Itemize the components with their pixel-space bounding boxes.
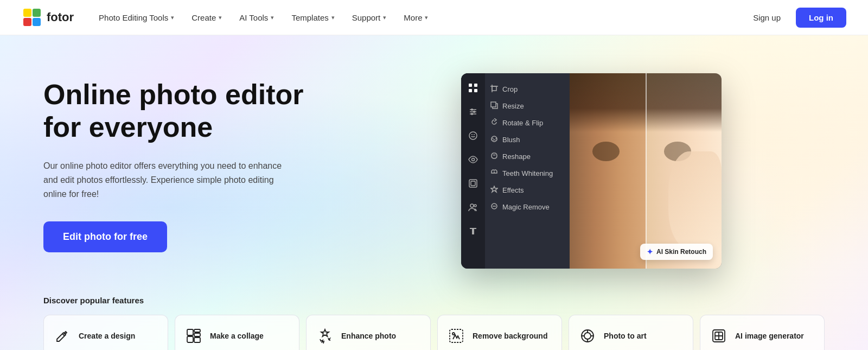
svg-rect-6 (474, 84, 477, 87)
svg-point-21 (470, 204, 474, 207)
create-design-icon (53, 326, 72, 346)
svg-rect-20 (471, 181, 475, 186)
nav-more[interactable]: More ▾ (396, 9, 436, 27)
feature-label: Create a design (79, 331, 135, 341)
nav-ai-tools[interactable]: AI Tools ▾ (232, 9, 282, 27)
hero-content: Online photo editor for everyone Our onl… (0, 35, 868, 296)
svg-point-42 (584, 333, 591, 339)
feature-photo-to-art[interactable]: Photo to art (569, 315, 693, 350)
nav-create[interactable]: Create ▾ (184, 9, 229, 27)
menu-effects[interactable]: Effects (485, 182, 570, 199)
svg-marker-31 (491, 186, 497, 192)
svg-rect-3 (23, 18, 31, 26)
effects-icon (490, 186, 498, 195)
login-button[interactable]: Log in (796, 8, 846, 28)
sidebar-people-icon[interactable] (466, 200, 480, 214)
signup-button[interactable]: Sign up (746, 9, 787, 27)
hero-left: Online photo editor for everyone Our onl… (43, 68, 326, 252)
svg-rect-7 (469, 89, 472, 92)
sidebar-text-icon[interactable] (466, 224, 480, 238)
svg-rect-37 (187, 336, 193, 342)
nav-support[interactable]: Support ▾ (344, 9, 394, 27)
feature-label: Photo to art (604, 331, 647, 341)
features-heading: Discover popular features (43, 296, 825, 305)
menu-crop[interactable]: Crop (485, 81, 570, 98)
svg-rect-34 (187, 329, 193, 335)
nav-templates[interactable]: Templates ▾ (284, 9, 342, 27)
menu-magic-remove[interactable]: Magic Remove (485, 199, 570, 215)
sidebar-beauty-icon[interactable] (466, 129, 480, 143)
chevron-down-icon: ▾ (219, 14, 222, 21)
svg-rect-2 (33, 9, 41, 17)
svg-point-16 (471, 134, 473, 135)
editor-photo-area: ✦ AI Skin Retouch (570, 73, 722, 269)
svg-point-22 (474, 205, 476, 207)
menu-rotate[interactable]: Rotate & Flip (485, 114, 570, 131)
hero-title: Online photo editor for everyone (43, 79, 326, 144)
feature-make-collage[interactable]: Make a collage (175, 315, 299, 350)
logo[interactable]: fotor (22, 7, 74, 28)
reshape-icon (490, 152, 498, 161)
feature-label: Make a collage (210, 331, 264, 341)
hero-section: Online photo editor for everyone Our onl… (0, 35, 868, 350)
sparkle-icon: ✦ (647, 247, 653, 256)
hero-subtitle: Our online photo editor offers everythin… (43, 159, 293, 202)
teeth-icon (490, 169, 498, 178)
svg-point-18 (472, 158, 475, 161)
hero-right: Crop Resize Rotate & Flip (358, 68, 825, 274)
nav-auth: Sign up Log in (746, 8, 846, 28)
sidebar-frame-icon[interactable] (466, 176, 480, 190)
chevron-down-icon: ▾ (331, 14, 335, 21)
svg-rect-38 (194, 338, 200, 342)
sidebar-sliders-icon[interactable] (466, 105, 480, 119)
features-grid: Create a design Make a collage (43, 315, 825, 350)
svg-rect-4 (33, 18, 41, 26)
feature-ai-image-generator[interactable]: AI image generator (700, 315, 825, 350)
svg-rect-1 (23, 9, 31, 17)
feature-remove-background[interactable]: Remove background (437, 315, 562, 350)
svg-rect-26 (491, 102, 496, 107)
remove-background-icon (446, 326, 466, 346)
photo-before-after: ✦ AI Skin Retouch (570, 73, 722, 269)
svg-rect-35 (194, 329, 200, 332)
svg-point-27 (492, 136, 497, 142)
chevron-down-icon: ▾ (271, 14, 274, 21)
feature-label: AI image generator (735, 331, 804, 341)
svg-rect-23 (492, 86, 496, 91)
features-section: Discover popular features Create a desig… (0, 296, 868, 350)
sidebar-eye-icon[interactable] (466, 152, 480, 167)
menu-resize[interactable]: Resize (485, 98, 570, 114)
rotate-icon (490, 118, 498, 128)
svg-point-13 (473, 111, 475, 113)
blush-icon (490, 135, 498, 144)
photo-to-art-icon (578, 326, 597, 346)
feature-create-design[interactable]: Create a design (43, 315, 168, 350)
svg-rect-36 (194, 333, 200, 336)
navbar: fotor Photo Editing Tools ▾ Create ▾ AI … (0, 0, 868, 35)
crop-icon (490, 85, 498, 94)
editor-mockup: Crop Resize Rotate & Flip (461, 73, 722, 269)
feature-enhance-photo[interactable]: Enhance photo (306, 315, 431, 350)
svg-rect-5 (469, 84, 472, 87)
feature-label: Remove background (473, 331, 547, 341)
enhance-photo-icon (315, 326, 335, 346)
svg-point-14 (471, 113, 473, 115)
ai-image-generator-icon (709, 326, 729, 346)
nav-photo-editing-tools[interactable]: Photo Editing Tools ▾ (91, 9, 182, 27)
sidebar-grid-icon[interactable] (466, 81, 480, 95)
brand-name: fotor (47, 10, 74, 24)
feature-label: Enhance photo (341, 331, 396, 341)
svg-point-15 (469, 132, 477, 139)
edit-photo-cta-button[interactable]: Edit photo for free (43, 221, 167, 252)
svg-rect-19 (469, 180, 477, 187)
svg-point-17 (474, 134, 475, 135)
menu-reshape[interactable]: Reshape (485, 148, 570, 165)
nav-links: Photo Editing Tools ▾ Create ▾ AI Tools … (91, 9, 746, 27)
resize-icon (490, 101, 498, 111)
fotor-logo-icon (22, 7, 42, 28)
chevron-down-icon: ▾ (171, 14, 174, 21)
magic-remove-icon (490, 202, 498, 212)
chevron-down-icon: ▾ (425, 14, 428, 21)
menu-teeth[interactable]: Teeth Whitening (485, 165, 570, 182)
menu-blush[interactable]: Blush (485, 131, 570, 148)
